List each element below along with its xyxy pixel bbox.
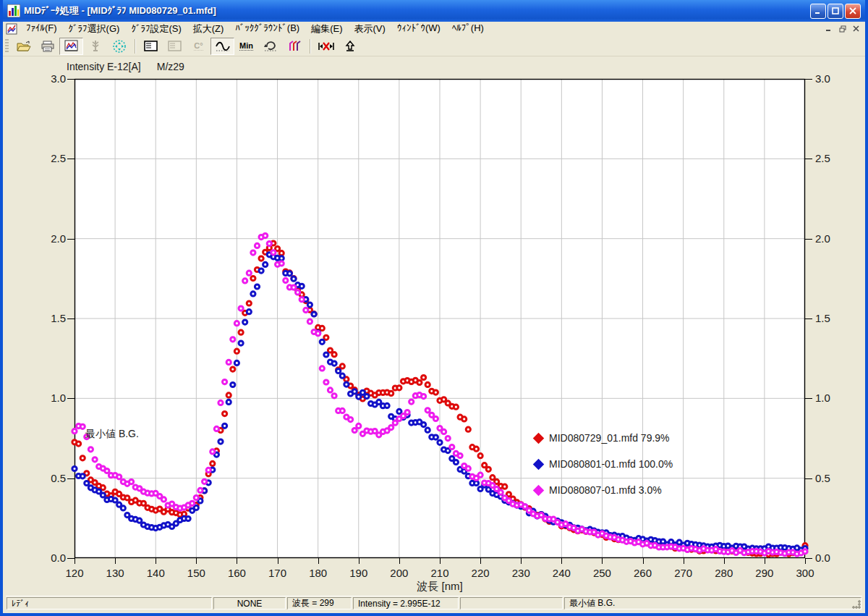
data-point [186, 516, 190, 520]
refresh-button[interactable] [258, 38, 282, 55]
menu-item-2[interactable]: ｸﾞﾗﾌ選択(G) [63, 22, 126, 36]
legend-diamond-icon [533, 432, 545, 444]
data-point [214, 426, 218, 431]
minimize-button[interactable] [810, 4, 826, 19]
graph-view-button[interactable] [59, 38, 83, 55]
y-tick [805, 318, 812, 319]
x-tick-label: 190 [343, 567, 375, 579]
data-point [307, 319, 312, 324]
export-up-button[interactable] [338, 38, 362, 55]
data-point [255, 284, 259, 289]
y-tick-label-right: 0.0 [815, 552, 851, 564]
panel-layout-button[interactable] [139, 38, 163, 55]
menu-item-7[interactable]: 表示(V) [349, 22, 391, 36]
y-tick [67, 159, 75, 159]
data-point [101, 493, 105, 497]
min-button[interactable]: Min [234, 38, 258, 55]
maximize-button[interactable] [827, 4, 843, 19]
menu-item-3[interactable]: ｸﾞﾗﾌ設定(S) [125, 22, 187, 36]
x-tick [805, 558, 806, 564]
data-point [88, 447, 93, 452]
data-point [247, 310, 251, 314]
data-point [454, 405, 458, 409]
data-point [101, 486, 105, 490]
data-point [239, 330, 243, 334]
data-point [490, 476, 495, 480]
printer-icon [41, 41, 55, 52]
y-tick-label-right: 2.0 [815, 232, 851, 245]
x-tick-label: 130 [99, 567, 131, 579]
x-tick-label: 280 [708, 567, 740, 579]
panel-lines-disabled-icon [168, 41, 182, 51]
data-point [389, 391, 393, 395]
data-point [320, 339, 324, 344]
y-tick [805, 558, 812, 559]
data-point [299, 284, 304, 288]
data-point [340, 364, 344, 368]
status-bg-mode: 最小値 B.G. [564, 597, 861, 609]
data-point [243, 320, 247, 324]
data-point [357, 423, 361, 428]
x-tick-label: 230 [505, 567, 537, 579]
x-tick-label: 270 [668, 567, 699, 579]
y-tick-label-left: 0.0 [34, 552, 66, 564]
resize-grip[interactable] [852, 600, 861, 609]
x-tick-label: 290 [749, 567, 780, 579]
y-tick-label-left: 3.0 [34, 72, 66, 85]
data-point [417, 380, 422, 384]
menu-item-9[interactable]: ﾍﾙﾌﾟ(H) [446, 22, 490, 36]
panel-layout2-button [163, 38, 187, 55]
mdi-restore-button[interactable] [836, 23, 848, 34]
y-tick-label-left: 2.0 [34, 232, 66, 245]
x-tick [318, 558, 319, 564]
menu-item-8[interactable]: ｳｨﾝﾄﾞｳ(W) [391, 22, 446, 36]
open-file-button[interactable] [12, 38, 35, 55]
temperature-button: C° [187, 38, 210, 55]
sine-wave-icon [215, 41, 231, 52]
data-point [365, 394, 369, 398]
data-point [458, 453, 462, 457]
data-point [316, 332, 320, 336]
fit-view-button[interactable] [107, 38, 131, 55]
data-point [344, 382, 349, 387]
reset-zoom-button[interactable] [314, 38, 338, 55]
print-button[interactable] [35, 38, 59, 55]
toolbar-grip[interactable] [5, 39, 9, 54]
data-point [218, 439, 223, 444]
data-point [279, 261, 284, 266]
marker-pole-icon [90, 40, 101, 52]
menu-item-1[interactable]: ﾌｧｲﾙ(F) [20, 22, 63, 36]
y-tick [805, 159, 812, 159]
close-button[interactable] [845, 4, 861, 19]
x-tick-label: 260 [627, 567, 659, 579]
menu-item-5[interactable]: ﾊﾞｯｸｸﾞﾗｳﾝﾄﾞ(B) [229, 22, 305, 36]
statusbar: ﾚﾃﾞｨ NONE 波長 = 299 Intensity = 2.995E-12… [6, 596, 862, 610]
y-tick-label-right: 2.5 [815, 152, 851, 164]
data-point [454, 460, 458, 464]
window-title: MIDﾃﾞｰﾀ処理 - [MIDｸﾞﾗﾌ MID080729_01.mfd] [24, 4, 810, 17]
mdi-minimize-button[interactable] [822, 23, 835, 34]
data-point [466, 466, 470, 471]
data-point [803, 549, 807, 554]
x-tick-label: 140 [140, 567, 171, 579]
data-point [422, 395, 426, 399]
data-point [161, 497, 166, 502]
data-point [328, 388, 332, 392]
y-tick-label-right: 1.0 [815, 392, 851, 404]
overlay-arrows-icon [287, 40, 302, 52]
data-point [352, 389, 357, 394]
menu-item-4[interactable]: 拡大(Z) [187, 22, 230, 36]
smooth-curve-button[interactable] [210, 38, 234, 55]
y-axis-title: Intensity E-12[A] [67, 61, 141, 72]
data-point [352, 428, 357, 432]
overlay-graphs-button[interactable] [282, 38, 306, 55]
status-empty [460, 597, 563, 609]
data-point [397, 386, 401, 390]
plot-area[interactable] [75, 79, 805, 558]
data-point [312, 312, 316, 316]
menu-item-6[interactable]: 編集(E) [305, 22, 348, 36]
mdi-close-button[interactable] [850, 23, 862, 34]
legend-diamond-icon [533, 484, 545, 496]
data-point [377, 400, 381, 404]
data-point [478, 486, 482, 491]
